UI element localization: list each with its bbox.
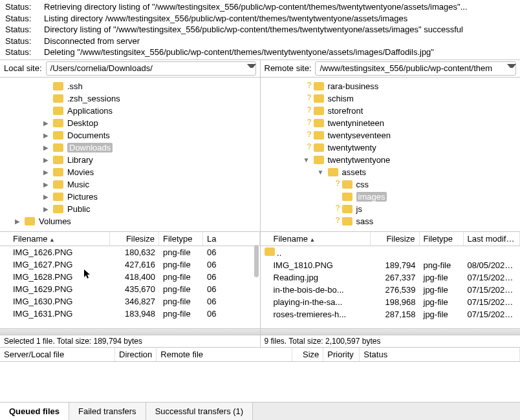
disclosure-icon[interactable]: ▼ xyxy=(303,156,310,163)
disclosure-icon[interactable]: ▶ xyxy=(43,169,49,176)
tree-label: Music xyxy=(67,180,89,189)
tree-item[interactable]: sass xyxy=(261,215,521,227)
scrollbar-horizontal[interactable] xyxy=(261,328,521,335)
tree-item[interactable]: ▶Public xyxy=(0,203,260,215)
tree-label: js xyxy=(356,204,362,214)
site-bar: Local site: Remote site: xyxy=(0,59,520,78)
tree-label: Applications xyxy=(67,106,113,116)
disclosure-icon[interactable]: ▶ xyxy=(43,132,49,139)
tree-item[interactable]: ▶Movies xyxy=(0,166,260,178)
cell-size: 180,632 xyxy=(110,247,159,258)
list-row[interactable]: IMG_1629.PNG435,670png-file06 xyxy=(0,283,260,295)
list-row[interactable]: roses-tremieres-h...287,158jpg-file07/15… xyxy=(261,308,521,320)
tree-item[interactable]: rara-business xyxy=(261,80,521,92)
tab-failed[interactable]: Failed transfers xyxy=(69,403,146,420)
local-file-list[interactable]: Filename Filesize Filetype La IMG_1626.P… xyxy=(0,232,260,335)
cell-name: IMG_1628.PNG xyxy=(0,271,110,282)
cell-type: png-file xyxy=(159,296,203,307)
tree-item[interactable]: ▶Documents xyxy=(0,129,260,142)
tree-item[interactable]: storefront xyxy=(261,105,521,117)
folder-icon xyxy=(328,168,338,176)
tree-item[interactable]: ▼twentytwentyone xyxy=(261,154,521,166)
remote-site-input[interactable] xyxy=(315,61,516,76)
disclosure-icon[interactable]: ▶ xyxy=(43,193,49,200)
queue-header[interactable]: Server/Local file Direction Remote file … xyxy=(0,347,520,362)
list-row[interactable]: .. xyxy=(261,246,521,259)
tree-item[interactable]: ▶Pictures xyxy=(0,191,260,203)
list-row[interactable]: IMG_1626.PNG180,632png-file06 xyxy=(0,246,260,258)
list-row[interactable]: IMG_1628.PNG418,400png-file06 xyxy=(0,271,260,283)
folder-icon xyxy=(53,156,63,164)
col-status[interactable]: Status xyxy=(360,348,520,361)
cell-name: roses-tremieres-h... xyxy=(261,309,371,320)
col-filesize[interactable]: Filesize xyxy=(371,232,420,246)
col-priority[interactable]: Priority xyxy=(323,348,360,361)
col-filename[interactable]: Filename xyxy=(0,232,110,246)
tree-item[interactable]: css xyxy=(261,178,521,191)
list-row[interactable]: IMG_1630.PNG346,827png-file06 xyxy=(0,295,260,308)
queue-body[interactable] xyxy=(0,362,520,402)
remote-list-header[interactable]: Filename Filesize Filetype Last modified xyxy=(261,232,521,246)
cell-name: playing-in-the-sa... xyxy=(261,297,371,308)
tree-item[interactable]: js xyxy=(261,203,521,215)
col-direction[interactable]: Direction xyxy=(115,348,157,361)
local-site-input[interactable] xyxy=(46,61,256,76)
tree-label: Movies xyxy=(67,167,94,177)
cell-size: 287,158 xyxy=(371,309,420,320)
tree-item[interactable]: ▶Desktop xyxy=(0,117,260,129)
col-filetype[interactable]: Filetype xyxy=(159,232,203,246)
tab-queued[interactable]: Queued files xyxy=(0,403,69,420)
remote-tree[interactable]: rara-businessschismstorefronttwentyninet… xyxy=(260,78,521,231)
scrollbar-horizontal[interactable] xyxy=(0,328,260,335)
tree-label: rara-business xyxy=(328,81,379,91)
tree-item[interactable]: schism xyxy=(261,92,521,105)
col-filesize[interactable]: Filesize xyxy=(110,232,159,246)
col-filetype[interactable]: Filetype xyxy=(420,232,464,246)
folder-icon xyxy=(53,180,63,189)
tree-item[interactable]: ▶Library xyxy=(0,154,260,166)
tree-item[interactable]: ▶Downloads xyxy=(0,142,260,154)
tree-item[interactable]: ▶Volumes xyxy=(0,215,260,227)
col-filename[interactable]: Filename xyxy=(261,232,371,246)
disclosure-icon[interactable]: ▶ xyxy=(43,120,49,127)
cell-type: png-file xyxy=(159,308,203,319)
tree-item[interactable]: ▼assets xyxy=(261,166,521,178)
tree-item[interactable]: twentynineteen xyxy=(261,117,521,129)
local-status: Selected 1 file. Total size: 189,794 byt… xyxy=(0,335,260,347)
tree-item[interactable]: images xyxy=(261,191,521,203)
cell-name: IMG_1627.PNG xyxy=(0,259,110,270)
list-row[interactable]: IMG_1810.PNG189,794png-file08/05/2021 1 xyxy=(261,259,521,271)
tab-success[interactable]: Successful transfers (1) xyxy=(146,403,254,420)
col-remote-file[interactable]: Remote file xyxy=(157,348,292,361)
list-row[interactable]: Reading.jpg267,337jpg-file07/15/2021 1 xyxy=(261,271,521,284)
folder-icon xyxy=(53,107,63,115)
disclosure-icon[interactable]: ▼ xyxy=(318,169,324,176)
disclosure-icon[interactable]: ▶ xyxy=(43,144,49,151)
tree-item[interactable]: Applications xyxy=(0,105,260,117)
tree-item[interactable]: .ssh xyxy=(0,80,260,92)
tree-item[interactable]: twentytwenty xyxy=(261,142,521,154)
local-list-header[interactable]: Filename Filesize Filetype La xyxy=(0,232,260,246)
local-tree[interactable]: .ssh.zsh_sessionsApplications▶Desktop▶Do… xyxy=(0,78,260,231)
col-lastmod[interactable]: La xyxy=(203,232,260,246)
remote-file-list[interactable]: Filename Filesize Filetype Last modified… xyxy=(260,232,521,335)
list-row[interactable]: IMG_1631.PNG183,948png-file06 xyxy=(0,308,260,320)
disclosure-icon[interactable]: ▶ xyxy=(43,181,49,188)
tree-item[interactable]: twentyseventeen xyxy=(261,129,521,142)
col-server-file[interactable]: Server/Local file xyxy=(0,348,115,361)
tree-item[interactable]: ▶Music xyxy=(0,178,260,191)
list-row[interactable]: IMG_1627.PNG427,616png-file06 xyxy=(0,258,260,271)
disclosure-icon[interactable]: ▶ xyxy=(43,156,49,163)
tree-item[interactable]: .zsh_sessions xyxy=(0,92,260,105)
disclosure-icon[interactable]: ▶ xyxy=(43,205,49,213)
remote-site-label: Remote site: xyxy=(265,63,312,73)
col-size[interactable]: Size xyxy=(292,348,323,361)
disclosure-icon[interactable]: ▶ xyxy=(14,218,21,225)
folder-icon xyxy=(314,107,324,115)
scrollbar-thumb[interactable] xyxy=(254,245,259,277)
list-row[interactable]: playing-in-the-sa...198,968jpg-file07/15… xyxy=(261,296,521,308)
folder-icon xyxy=(53,82,63,90)
list-row[interactable]: in-the-bois-de-bo...276,539jpg-file07/15… xyxy=(261,284,521,296)
folder-icon xyxy=(265,247,275,256)
col-lastmod[interactable]: Last modified xyxy=(464,232,521,246)
